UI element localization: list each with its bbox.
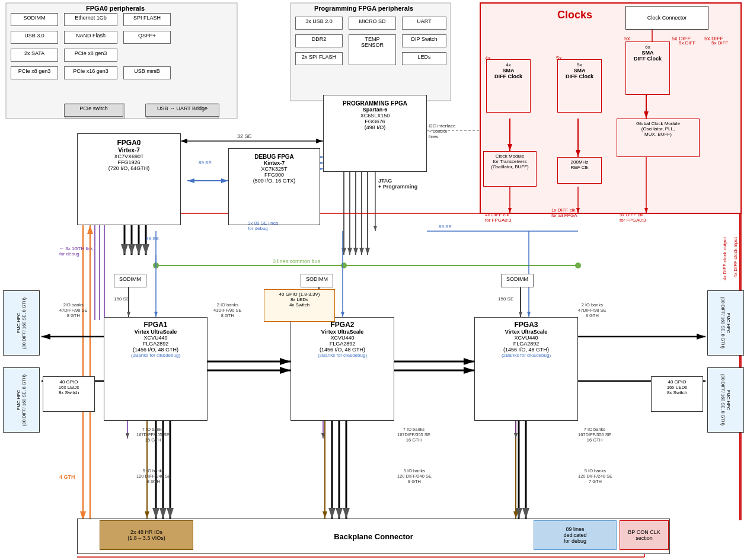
fpga1-label: FPGA1	[104, 321, 207, 329]
peri-temp-sensor: TEMPSENSOR	[349, 34, 396, 65]
prog-fpga-label: PROGRAMMING FPGA	[324, 100, 426, 107]
debug-fpga-io: (500 I/O, 16 GTX)	[229, 178, 320, 184]
peri-qsfp: QSFP+	[123, 31, 171, 44]
fpga1-banks3: 7 IO banks167DIFF/355 SE15 GTH	[136, 427, 170, 443]
gpio-right-label: 40 GPIO16x LEDs8x Switch	[667, 379, 688, 395]
debug-fpga-box: DEBUG FPGA Kintex-7 XC7K325TFFG900 (500 …	[228, 148, 320, 225]
se150-1: 150 SE	[114, 296, 129, 302]
bp-clk-label: BP CON CLK section	[620, 529, 668, 541]
peri-sata: 2x SATA	[11, 49, 58, 62]
sma1-count-label: 4x	[485, 55, 491, 61]
fpga0-io: (720 I/O, 64GTH)	[78, 165, 180, 171]
peri-ethernet: Ethernet 1Gb	[64, 13, 117, 26]
fpga1-chip: Virtex UltraScale	[104, 329, 207, 335]
fpga2-banks2: 5 IO banks120 DIFF/240 SE8 GTH	[397, 468, 432, 484]
fpga3-chip: Virtex UltraScale	[475, 329, 577, 335]
fpga1-banks1: 2IO banks47DIFF/98 SE8 GTH	[59, 302, 88, 318]
svg-point-33	[153, 263, 159, 268]
sma3-box: 6x SMADIFF Clock	[625, 41, 670, 95]
fpga2-chip: Virtex UltraScale	[291, 329, 394, 335]
fpga2-io: (1456 I/O, 48 GTH)	[291, 347, 394, 353]
peri-leds: LEDs	[402, 52, 446, 65]
sma3-diff2-label: 5x DIFF	[704, 36, 723, 41]
fpga1-io: (1456 I/O, 48 GTH)	[104, 347, 207, 353]
prog-fpga-chip: Spartan-6	[324, 107, 426, 113]
gpio-left-box: 40 GPIO16x LEDs8x Switch	[43, 376, 95, 412]
ref-clk-label: 200MHzREF Clk	[560, 159, 599, 170]
fmc-right-top: FMC HPC(80 DIFF/ 160 SE, 8 GTH)	[707, 290, 744, 356]
sodimm2: SODIMM	[301, 274, 333, 287]
hr-ios-box: 2x 48 HR IOs(1.8 – 3.3 VIOs)	[100, 520, 193, 550]
prog-peripherals-title: Programming FPGA peripherals	[314, 5, 413, 12]
peri-usb3: USB 3.0	[11, 31, 58, 44]
peri-pcie-x8-1: PCIe x8 gen3	[64, 49, 117, 62]
diff-out3-label: 5x DIFF clkfor FPGA0:3	[620, 212, 646, 223]
diff-clk-output-label: 4x DIFF clock output	[722, 237, 727, 280]
peri-uart: UART	[402, 17, 446, 30]
se89-1-label: 89 SE	[439, 224, 452, 229]
sma1-label: SMADIFF Clock	[489, 68, 528, 79]
gth4-label: 4 GTH	[59, 474, 75, 480]
diff-out1-label: 4x DIFF clkfor FPGA0:3	[485, 212, 511, 223]
sma2-box: 5x SMADIFF Clock	[557, 59, 602, 113]
fpga3-banks1: 2 IO banks47DIFF/98 SE8 GTH	[578, 302, 606, 318]
gpio-center-label: 40 GPIO (1.8-3.3V)8x LEDs4x Switch	[279, 292, 320, 308]
sma3-diff-label: 5x DIFF	[672, 36, 691, 41]
fpga2-part: XCVU440FLGA2892	[291, 335, 394, 347]
fpga2-clkdebug: (2Banks for clk&debug)	[291, 353, 394, 358]
jtag-label: JTAG+ Programming	[378, 178, 417, 190]
sma1-count: 4x	[489, 62, 528, 68]
fpga0-label: FPGA0	[78, 139, 180, 147]
fpga0-chip: Virtex-7	[78, 147, 180, 153]
svg-point-34	[341, 263, 347, 268]
gth-link-label: ← 3x 1GTH link for debug	[59, 246, 92, 257]
clocks-title: Clocks	[557, 9, 592, 21]
sma2-count-label: 5x	[556, 55, 562, 61]
gpio-center-box: 40 GPIO (1.8-3.3V)8x LEDs4x Switch	[264, 289, 335, 322]
se89-debug-label: 89 SE	[199, 160, 212, 165]
fpga3-io: (1456 I/O, 48 GTH)	[475, 347, 577, 353]
fpga1-clkdebug: (2Banks for clk&debug)	[104, 353, 207, 358]
fmc-right-bot: FMC HPC(80 DIFF/ 160 SE, 8 GTH)	[707, 367, 744, 433]
common-bus-label: 3 lines common bus	[273, 258, 320, 264]
ref-clk-box: 200MHzREF Clk	[557, 157, 602, 184]
debug-lines-box: 89 linesdedicatedfor debug	[534, 520, 617, 550]
peri-usb-uart: USB ↔ UART Bridge	[145, 104, 219, 117]
sma1-box: 4x SMADIFF Clock	[486, 59, 531, 113]
sodimm1: SODIMM	[114, 274, 146, 287]
peri-spi-flash: SPI FLASH	[123, 13, 171, 26]
peri-pcie-x16: PCIe x16 gen3	[64, 66, 117, 79]
gpio-left-label: 40 GPIO16x LEDs8x Switch	[59, 379, 79, 395]
fmc-left-bot: FMC HPC(80 DIFF/ 160 SE, 8 GTH)	[3, 367, 40, 433]
peri-pcie-switch: PCIe switch	[64, 104, 123, 117]
peri-spi-flash2: 2x SPI FLASH	[295, 52, 343, 65]
peri-dip-switch: DIP Switch	[402, 34, 446, 47]
fpga1-89se: 89 SE	[146, 236, 159, 241]
fpga2-box: FPGA2 Virtex UltraScale XCVU440FLGA2892 …	[290, 317, 394, 421]
prog-fpga-box: PROGRAMMING FPGA Spartan-6 XC6SLX150FGG6…	[323, 95, 427, 172]
peri-ddr2: DDR2	[295, 34, 343, 47]
hr-ios-label: 2x 48 HR IOs(1.8 – 3.3 VIOs)	[127, 529, 165, 541]
fpga2-label: FPGA2	[291, 321, 394, 329]
diff-clk-input-label: 4x DIFF clock input	[733, 237, 738, 277]
sma2-count: 5x	[560, 62, 599, 68]
fpga3-label: FPGA3	[475, 321, 577, 329]
global-clk-label: Global Clock Module(Oscillator, PLL,MUX,…	[619, 121, 697, 137]
svg-point-77	[154, 263, 158, 268]
svg-point-35	[575, 263, 581, 268]
sma3-count: 6x	[628, 44, 667, 50]
se32-label: 32 SE	[237, 133, 252, 139]
peri-usb-minib: USB miniB	[123, 66, 171, 79]
clock-connector-label: Clock Connector	[647, 15, 687, 21]
bp-clk-box: BP CON CLK section	[620, 520, 669, 550]
prog-fpga-part: XC6SLX150FGG676	[324, 113, 426, 124]
debug-fpga-label: DEBUG FPGA	[229, 153, 320, 160]
se89-lines-label: 3x 89 SE linesfor debug	[248, 220, 278, 231]
fpga1-part: XCVU440FLGA2892	[104, 335, 207, 347]
peri-micro-sd: MICRO SD	[349, 17, 396, 30]
gpio-right-box: 40 GPIO16x LEDs8x Switch	[651, 376, 703, 412]
fpga1-box: FPGA1 Virtex UltraScale XCVU440FLGA2892 …	[104, 317, 208, 421]
fpga2-banks1: 7 IO banks167DIFF/355 SE16 GTH	[397, 427, 430, 443]
sma2-label: SMADIFF Clock	[560, 68, 599, 79]
fpga0-box: FPGA0 Virtex-7 XC7VX690TFFG1926 (720 I/O…	[77, 133, 181, 225]
